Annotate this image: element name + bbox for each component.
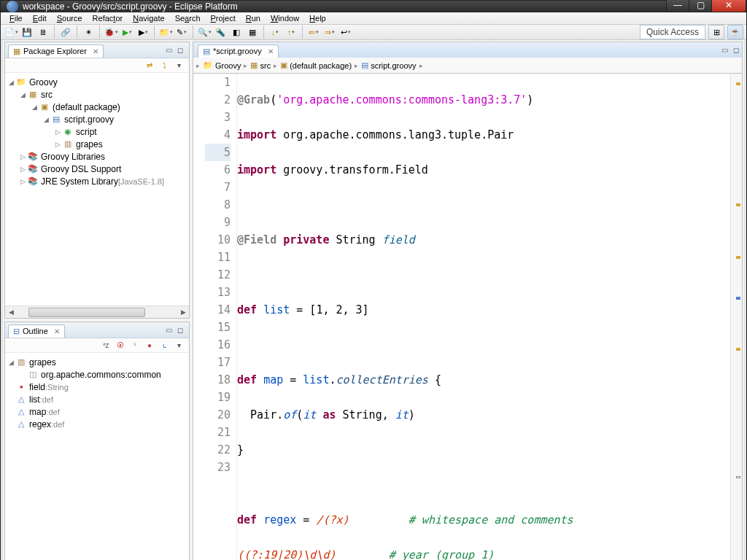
- menu-refactor[interactable]: Refactor: [88, 12, 128, 24]
- outline-map[interactable]: map: [29, 407, 46, 417]
- tree-jre[interactable]: JRE System Library: [41, 176, 118, 187]
- tree-script-class[interactable]: script: [76, 127, 97, 137]
- outline-regex[interactable]: regex: [29, 419, 51, 429]
- run-button[interactable]: ▶: [120, 25, 134, 39]
- outline-grapes[interactable]: grapes: [29, 357, 56, 368]
- collapse-all-button[interactable]: ⇄: [144, 60, 155, 71]
- new-package-button[interactable]: 📁: [158, 25, 173, 39]
- maximize-button[interactable]: ▢: [689, 0, 712, 12]
- close-icon[interactable]: ✕: [93, 47, 98, 55]
- tree-default-package[interactable]: (default package): [53, 102, 120, 112]
- search-button[interactable]: 🔦: [213, 25, 228, 39]
- last-edit-button[interactable]: ↩: [338, 25, 353, 39]
- breadcrumb-bar[interactable]: ▸ 📁Groovy ▸ ▦src ▸ ▣(default package) ▸ …: [193, 58, 743, 74]
- close-icon[interactable]: ✕: [268, 47, 274, 55]
- annotate-button[interactable]: ▦: [245, 25, 260, 39]
- tree-script-file[interactable]: script.groovy: [64, 114, 114, 125]
- menu-window[interactable]: Window: [266, 12, 303, 24]
- menu-file[interactable]: File: [5, 12, 27, 24]
- outline-field[interactable]: field: [29, 382, 45, 392]
- tree-project[interactable]: Groovy: [29, 77, 58, 88]
- back-button[interactable]: ⇐: [306, 25, 321, 39]
- open-perspective-button[interactable]: ⊞: [708, 25, 724, 39]
- menu-navigate[interactable]: Navigate: [128, 12, 169, 24]
- new-class-button[interactable]: ✎: [174, 25, 189, 39]
- package-icon: ▦: [13, 47, 20, 56]
- editor-tabbar: ▤ *script.groovy ✕ ▭ ◻: [193, 42, 743, 58]
- code-editor[interactable]: 1234 5678 9101112 13141516 17181920 2122…: [193, 74, 742, 560]
- maximize-view-button[interactable]: ◻: [174, 324, 186, 336]
- project-icon: 📁: [15, 77, 27, 88]
- outline-list[interactable]: list: [29, 394, 40, 405]
- outline-icon: ⊟: [13, 327, 20, 336]
- tree-groovy-dsl[interactable]: Groovy DSL Support: [41, 164, 121, 174]
- tree-groovy-libs[interactable]: Groovy Libraries: [41, 152, 105, 162]
- minimize-view-button[interactable]: ▭: [163, 44, 174, 56]
- forward-button[interactable]: ⇒: [322, 25, 337, 39]
- line-number-gutter[interactable]: 1234 5678 9101112 13141516 17181920 2122…: [205, 74, 237, 560]
- code-text[interactable]: @Grab('org.apache.commons:commons-lang3:…: [237, 74, 730, 560]
- menu-help[interactable]: Help: [305, 12, 330, 24]
- outline-tab[interactable]: ⊟ Outline ✕: [8, 324, 65, 338]
- minimize-button[interactable]: —: [666, 0, 689, 12]
- menu-run[interactable]: Run: [241, 12, 265, 24]
- outline-regex-type: def: [53, 420, 64, 429]
- hide-local-button[interactable]: ʟ: [158, 340, 170, 351]
- hide-nonpublic-button[interactable]: ●: [144, 340, 155, 351]
- maximize-view-button[interactable]: ◻: [174, 44, 186, 56]
- hide-fields-button[interactable]: ⦿: [115, 340, 126, 351]
- run-last-button[interactable]: ▶: [136, 25, 150, 39]
- variable-icon: △: [15, 407, 27, 417]
- outline-tree[interactable]: ◢▥grapes ◫org.apache.commons:common ■fie…: [5, 353, 189, 560]
- save-all-button[interactable]: 🗎: [36, 25, 50, 39]
- groovy-file-icon: ▤: [203, 47, 210, 56]
- toggle-mark-button[interactable]: ◧: [229, 25, 244, 39]
- variable-icon: △: [15, 394, 27, 405]
- menu-project[interactable]: Project: [206, 12, 240, 24]
- bc-package[interactable]: ▣(default package): [279, 61, 353, 70]
- quick-access-input[interactable]: Quick Access: [640, 25, 705, 39]
- skip-breakpoints-button[interactable]: ✴: [81, 25, 96, 39]
- next-annotation-button[interactable]: ↓: [268, 25, 282, 39]
- menu-source[interactable]: Source: [53, 12, 87, 24]
- tree-grapes[interactable]: grapes: [76, 139, 103, 149]
- hide-static-button[interactable]: ˢ: [129, 340, 141, 351]
- package-explorer-tree[interactable]: ◢📁Groovy ◢▦src ◢▣(default package) ◢▤scr…: [5, 73, 189, 306]
- menu-search[interactable]: Search: [171, 12, 205, 24]
- package-explorer-tab[interactable]: ▦ Package Explorer ✕: [8, 44, 104, 58]
- save-button[interactable]: 💾: [20, 25, 34, 39]
- field-icon: ■: [15, 382, 27, 392]
- toggle-breadcrumb-button[interactable]: 🔗: [58, 25, 73, 39]
- horizontal-scrollbar[interactable]: ◀▶: [5, 306, 189, 318]
- menu-edit[interactable]: Edit: [28, 12, 51, 24]
- minimize-view-button[interactable]: ▭: [163, 324, 174, 336]
- debug-button[interactable]: 🐞: [104, 25, 118, 39]
- java-perspective-button[interactable]: ☕: [727, 25, 743, 39]
- outline-field-type: String: [47, 383, 69, 392]
- bc-file[interactable]: ▤script.groovy: [360, 61, 417, 70]
- minimize-editor-button[interactable]: ▭: [719, 44, 730, 56]
- prev-annotation-button[interactable]: ↑: [284, 25, 298, 39]
- menubar: File Edit Source Refactor Navigate Searc…: [1, 12, 746, 25]
- overview-ruler[interactable]: [730, 74, 742, 560]
- sort-button[interactable]: ᵃz: [100, 340, 112, 351]
- editor-tab-label: *script.groovy: [213, 47, 262, 55]
- maximize-editor-button[interactable]: ◻: [730, 44, 742, 56]
- new-button[interactable]: 📄: [4, 25, 18, 39]
- outline-map-type: def: [48, 408, 59, 416]
- marker-strip[interactable]: [193, 74, 205, 560]
- open-type-button[interactable]: 🔍: [197, 25, 212, 39]
- view-menu-button[interactable]: ▾: [173, 340, 185, 351]
- tree-src[interactable]: src: [41, 90, 53, 100]
- bc-project[interactable]: 📁Groovy: [201, 61, 242, 70]
- grapes-icon: ▥: [62, 139, 74, 149]
- library-icon: 📚: [27, 176, 39, 187]
- library-icon: 📚: [27, 152, 39, 162]
- link-editor-button[interactable]: ⤵: [158, 60, 170, 71]
- view-menu-button[interactable]: ▾: [173, 60, 185, 71]
- bc-src[interactable]: ▦src: [249, 61, 272, 70]
- close-icon[interactable]: ✕: [54, 327, 60, 335]
- close-button[interactable]: ✕: [711, 0, 746, 12]
- editor-tab[interactable]: ▤ *script.groovy ✕: [198, 44, 279, 58]
- outline-grapes-child[interactable]: org.apache.commons:common: [41, 370, 161, 380]
